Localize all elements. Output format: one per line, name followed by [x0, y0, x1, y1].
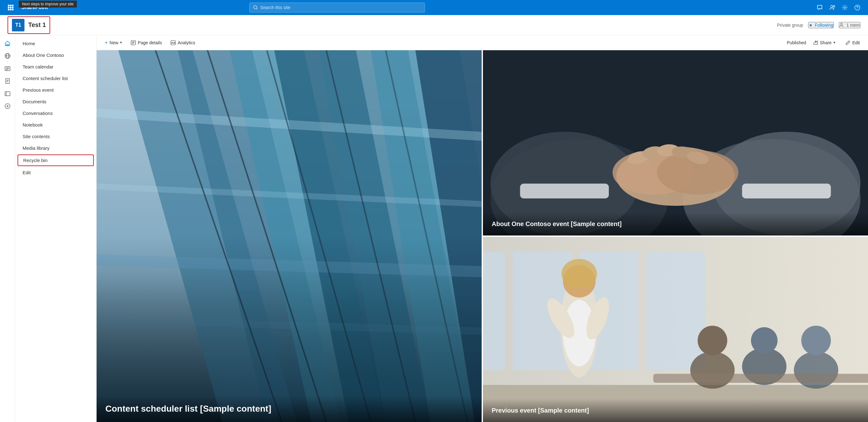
svg-rect-1 — [10, 5, 11, 6]
hero-tile-top-right[interactable]: About One Contoso event [Sample content] — [483, 50, 868, 235]
home-nav-icon[interactable] — [2, 38, 13, 49]
content-area: + New ▾ Page details Analytics Published… — [97, 35, 868, 422]
new-chevron-icon: ▾ — [120, 40, 122, 45]
settings-button[interactable] — [839, 2, 850, 13]
tooltip-banner: Next steps to improve your site — [19, 1, 77, 7]
hero-tile-bottom-right[interactable]: Previous event [Sample content] — [483, 237, 868, 422]
search-icon — [253, 5, 258, 10]
help-button[interactable] — [852, 2, 863, 13]
search-bar[interactable]: Search this site — [249, 2, 425, 12]
page-details-button[interactable]: Page details — [128, 38, 165, 47]
svg-point-12 — [833, 6, 835, 7]
globe-nav-icon[interactable] — [2, 50, 13, 61]
library-nav-icon[interactable] — [2, 88, 13, 99]
site-header-right: Private group ★ Following 1 mem — [777, 22, 861, 28]
nav-item-media-library[interactable]: Media library — [15, 142, 96, 154]
members-icon — [839, 23, 844, 28]
page-nav-icon[interactable] — [2, 75, 13, 87]
share-button[interactable]: Share ▾ — [810, 38, 839, 47]
svg-point-11 — [831, 5, 833, 7]
svg-line-10 — [256, 8, 257, 9]
nav-item-team-calendar[interactable]: Team calendar — [15, 61, 96, 73]
waffle-button[interactable] — [5, 2, 16, 13]
svg-point-15 — [857, 9, 858, 9]
bottom-right-hero-image — [483, 237, 868, 422]
icon-bar — [0, 35, 15, 422]
nav-item-content-scheduler[interactable]: Content scheduler list — [15, 73, 96, 84]
share-icon — [813, 40, 818, 45]
edit-button[interactable]: Edit — [842, 38, 863, 47]
share-label: Share — [820, 40, 832, 45]
svg-rect-75 — [520, 184, 609, 198]
following-label: Following — [815, 23, 833, 28]
people-button[interactable] — [827, 2, 838, 13]
nav-item-recycle-bin[interactable]: Recycle bin — [18, 154, 94, 166]
top-right-hero-overlay: About One Contoso event [Sample content] — [483, 212, 868, 235]
svg-point-93 — [794, 351, 839, 389]
main-hero-overlay: Content scheduler list [Sample content] — [97, 396, 482, 422]
svg-rect-3 — [8, 7, 9, 8]
new-icon: + — [105, 40, 107, 46]
hero-tile-main[interactable]: Content scheduler list [Sample content] — [97, 50, 482, 422]
members-count-label: 1 mem — [846, 23, 860, 28]
svg-rect-6 — [8, 9, 9, 10]
add-nav-icon[interactable] — [2, 101, 13, 112]
toolbar-right: Published Share ▾ Edit — [787, 38, 863, 47]
svg-rect-78 — [483, 252, 505, 370]
nav-item-previous-event[interactable]: Previous event — [15, 84, 96, 96]
chat-button[interactable] — [814, 2, 825, 13]
share-chevron-icon: ▾ — [834, 40, 835, 45]
members-button[interactable]: 1 mem — [839, 22, 861, 28]
svg-rect-29 — [5, 92, 10, 96]
main-hero-title: Content scheduler list [Sample content] — [105, 403, 473, 415]
search-placeholder: Search this site — [260, 5, 290, 10]
svg-rect-5 — [12, 7, 13, 8]
svg-point-89 — [690, 351, 735, 389]
svg-rect-17 — [7, 44, 8, 46]
nav-item-notebook[interactable]: Notebook — [15, 119, 96, 131]
svg-rect-81 — [646, 252, 705, 370]
page-details-icon — [131, 40, 136, 45]
svg-rect-60 — [97, 50, 482, 422]
nav-item-home[interactable]: Home — [15, 38, 96, 49]
svg-point-92 — [751, 327, 778, 354]
main-layout: Home About One Contoso Team calendar Con… — [0, 35, 868, 422]
page-details-label: Page details — [138, 40, 162, 45]
new-label: New — [110, 40, 118, 45]
svg-point-9 — [254, 6, 257, 9]
svg-point-90 — [698, 326, 727, 355]
bottom-right-hero-overlay: Previous event [Sample content] — [483, 399, 868, 422]
site-header: T1 Test 1 Private group ★ Following 1 me… — [0, 15, 868, 35]
nav-item-about[interactable]: About One Contoso — [15, 49, 96, 61]
svg-point-94 — [801, 326, 831, 355]
svg-rect-95 — [653, 374, 868, 383]
svg-rect-0 — [8, 5, 9, 6]
main-hero-image — [97, 50, 482, 422]
top-bar-actions — [814, 2, 863, 13]
svg-point-85 — [562, 259, 597, 288]
analytics-label: Analytics — [178, 40, 195, 45]
svg-point-13 — [844, 7, 845, 8]
published-badge: Published — [787, 40, 806, 45]
analytics-button[interactable]: Analytics — [167, 38, 198, 47]
nav-item-site-contents[interactable]: Site contents — [15, 131, 96, 142]
nav-item-edit[interactable]: Edit — [15, 167, 96, 178]
nav-item-documents[interactable]: Documents — [15, 96, 96, 107]
nav-item-conversations[interactable]: Conversations — [15, 107, 96, 119]
star-icon: ★ — [809, 23, 813, 28]
bottom-right-hero-title: Previous event [Sample content] — [492, 406, 859, 415]
svg-rect-4 — [10, 7, 11, 8]
news-nav-icon[interactable] — [2, 63, 13, 74]
top-right-hero-title: About One Contoso event [Sample content] — [492, 220, 859, 228]
analytics-icon — [170, 40, 176, 45]
edit-label: Edit — [852, 40, 860, 45]
private-group-label: Private group — [777, 23, 803, 28]
site-logo-wrapper[interactable]: T1 Test 1 — [7, 16, 50, 34]
following-button[interactable]: ★ Following — [808, 22, 834, 28]
svg-rect-76 — [742, 184, 831, 198]
svg-rect-8 — [12, 9, 13, 10]
top-bar: Next steps to improve your site SharePoi… — [0, 0, 868, 15]
new-button[interactable]: + New ▾ — [102, 38, 125, 48]
svg-point-16 — [840, 23, 842, 25]
site-logo: T1 — [12, 19, 25, 31]
